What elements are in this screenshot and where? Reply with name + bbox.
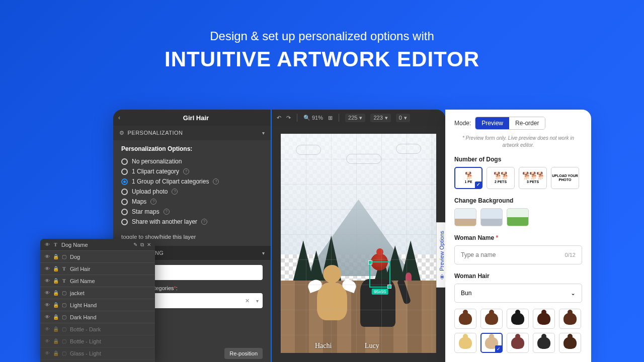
- text-icon: 𝐓: [61, 278, 67, 284]
- layer-row[interactable]: 👁🔒▢Glass - Light: [40, 347, 155, 359]
- radio-group-clipart[interactable]: 1 Group of Clipart categories?: [121, 176, 263, 187]
- radio-upload-photo[interactable]: Upload photo?: [121, 187, 263, 197]
- artwork-canvas[interactable]: 95x95 Hachi Lucy: [281, 134, 436, 353]
- layer-row[interactable]: 👁🔒▢Bottle - Dark: [40, 323, 155, 335]
- hair-swatch[interactable]: [507, 309, 529, 329]
- layer-name-label: Girl Name: [70, 278, 151, 284]
- help-icon[interactable]: ?: [150, 199, 156, 205]
- layer-row[interactable]: 👁🔒▢Dark Hand: [40, 311, 155, 323]
- layer-name-label: Girl Hair: [70, 266, 151, 272]
- hair-swatch[interactable]: [507, 333, 529, 353]
- hair-swatch[interactable]: [480, 309, 503, 329]
- preview-mode-button[interactable]: Preview: [475, 117, 509, 129]
- eye-icon[interactable]: 👁: [44, 350, 50, 356]
- woman-artwork[interactable]: 95x95: [355, 251, 400, 327]
- radio-clipart-category[interactable]: 1 Clipart category?: [121, 166, 263, 176]
- lock-icon[interactable]: 🔒: [53, 290, 58, 296]
- help-icon[interactable]: ?: [183, 168, 189, 174]
- help-icon[interactable]: ?: [164, 209, 170, 215]
- bg-option-3[interactable]: [507, 208, 529, 226]
- dog-option-2[interactable]: 🐕🐕2 PETS: [487, 167, 515, 189]
- name-text-input[interactable]: [461, 251, 565, 258]
- lock-icon[interactable]: 🔒: [53, 326, 58, 332]
- upload-photo-option[interactable]: UPLOAD YOUR PHOTO: [551, 167, 579, 189]
- layer-row[interactable]: 👁🔒▢Light Hand: [40, 299, 155, 311]
- dog-artwork[interactable]: [312, 265, 352, 320]
- width-input[interactable]: 225 ▾: [345, 114, 365, 122]
- chevron-down-icon: ⌄: [571, 290, 576, 297]
- redo-icon[interactable]: ↷: [286, 115, 291, 121]
- layer-row[interactable]: 👁🔒𝐓Girl Name: [40, 275, 155, 287]
- layer-row[interactable]: 👁🔒▢Dog: [40, 251, 155, 263]
- eye-icon[interactable]: 👁: [44, 266, 50, 272]
- radio-star-maps[interactable]: Star maps?: [121, 207, 263, 217]
- section-label: PERSONALIZATION: [128, 130, 183, 136]
- bg-option-1[interactable]: [454, 208, 476, 226]
- duplicate-icon[interactable]: ⧉: [140, 242, 144, 248]
- lock-icon[interactable]: 🔒: [53, 302, 58, 308]
- check-icon: ✓: [495, 345, 502, 352]
- bg-option-2[interactable]: [480, 208, 503, 226]
- hair-select-dropdown[interactable]: Bun ⌄: [454, 284, 582, 303]
- hair-swatch[interactable]: [533, 333, 555, 353]
- back-icon[interactable]: ‹: [118, 114, 126, 121]
- hair-swatch[interactable]: [559, 333, 581, 353]
- image-icon: ▢: [61, 302, 67, 308]
- eye-icon[interactable]: 👁: [44, 254, 50, 259]
- dog-option-1[interactable]: 🐕1 PE✓: [454, 167, 482, 189]
- lock-icon[interactable]: 🔒: [53, 314, 58, 320]
- help-icon[interactable]: ?: [172, 189, 178, 195]
- selection-box[interactable]: 95x95: [369, 261, 390, 288]
- radio-share-layer[interactable]: Share with another layer?: [121, 217, 263, 227]
- help-icon[interactable]: ?: [201, 219, 207, 225]
- layer-name-label: Bottle - Light: [70, 338, 151, 344]
- layers-header-row[interactable]: 👁 𝐓 Dog Name ✎ ⧉ ✕: [40, 239, 155, 251]
- hair-swatch[interactable]: [559, 309, 581, 329]
- close-icon[interactable]: ✕: [147, 242, 151, 248]
- height-input[interactable]: 223 ▾: [370, 114, 390, 122]
- lock-icon[interactable]: 🔒: [53, 350, 58, 356]
- help-icon[interactable]: ?: [213, 178, 219, 185]
- radio-maps[interactable]: Maps?: [121, 197, 263, 207]
- reorder-mode-button[interactable]: Re-order: [509, 117, 545, 129]
- layer-row[interactable]: 👁🔒▢Bottle - Light: [40, 335, 155, 347]
- hair-swatch[interactable]: [454, 333, 476, 353]
- grid-icon[interactable]: ⊞: [328, 115, 333, 121]
- lock-icon[interactable]: 🔒: [53, 266, 58, 272]
- hero-subtitle: Design & set up personalized options wit…: [0, 29, 644, 43]
- layer-row[interactable]: 👁🔒𝐓Girl Hair: [40, 263, 155, 275]
- rotation-input[interactable]: 0 ▾: [396, 114, 410, 122]
- edit-icon[interactable]: ✎: [133, 242, 137, 248]
- hair-swatch[interactable]: [533, 309, 555, 329]
- eye-icon[interactable]: 👁: [44, 290, 50, 296]
- eye-icon[interactable]: 👁: [44, 278, 50, 284]
- eye-icon[interactable]: 👁: [44, 302, 50, 308]
- undo-icon[interactable]: ↶: [277, 115, 281, 121]
- text-icon: 𝐓: [61, 266, 67, 272]
- clear-icon[interactable]: ✕: [245, 298, 250, 304]
- eye-icon[interactable]: 👁: [44, 338, 50, 344]
- mode-segmented-control: Preview Re-order: [475, 117, 545, 130]
- lock-icon[interactable]: 🔒: [53, 254, 58, 259]
- reposition-button[interactable]: Re-position: [224, 348, 263, 359]
- layer-row[interactable]: 👁🔒▢jacket: [40, 287, 155, 299]
- image-icon: ▢: [61, 254, 67, 259]
- zoom-control[interactable]: 🔍 91%: [303, 115, 323, 121]
- canvas-toolbar: ↶ ↷ 🔍 91% ⊞ 225 ▾ 223 ▾ 0 ▾: [272, 110, 445, 126]
- text-icon: 𝐓: [53, 242, 58, 248]
- personalization-section-header[interactable]: ⚙PERSONALIZATION ▾: [113, 126, 271, 140]
- eye-icon[interactable]: 👁: [44, 242, 50, 247]
- layer-name-label: Light Hand: [70, 302, 151, 308]
- dog-option-3[interactable]: 🐕🐕🐕3 PETS: [519, 167, 547, 189]
- layer-row[interactable]: 👁🔒▢Glass - Dark: [40, 359, 155, 362]
- eye-icon[interactable]: 👁: [44, 314, 50, 320]
- eye-icon[interactable]: 👁: [44, 326, 50, 332]
- hair-swatch[interactable]: ✓: [480, 333, 503, 353]
- lock-icon[interactable]: 🔒: [53, 338, 58, 344]
- chevron-down-icon[interactable]: ▾: [256, 298, 259, 304]
- hair-swatch[interactable]: [454, 309, 476, 329]
- image-icon: ▢: [61, 326, 67, 332]
- lock-icon[interactable]: 🔒: [53, 278, 58, 284]
- woman-name-input[interactable]: 0/12: [454, 245, 582, 264]
- radio-no-personalization[interactable]: No personalization: [121, 156, 263, 166]
